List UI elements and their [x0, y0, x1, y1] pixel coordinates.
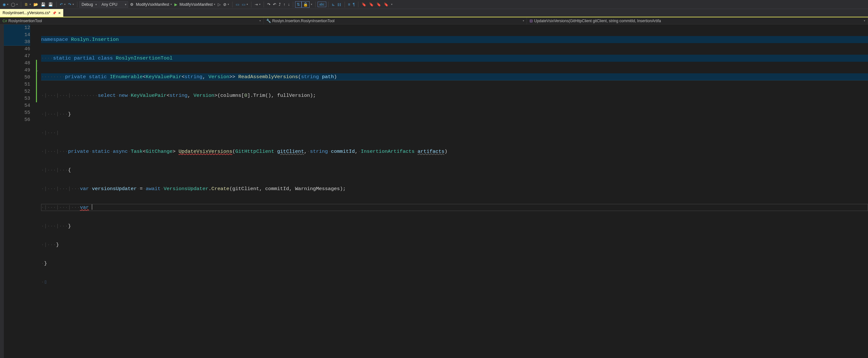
line-number: 48 — [4, 60, 30, 67]
navigation-bar: C# RoslynInsertionTool ▾ 🔧 Roslyn.Insert… — [0, 17, 868, 24]
class-icon: 🔧 — [266, 19, 271, 23]
collapse-icon[interactable]: ⇅ — [295, 1, 302, 8]
undo-button[interactable]: ↶▾ — [58, 2, 67, 7]
stop-button[interactable]: ⊘▾ — [222, 2, 230, 7]
lock-icon[interactable]: 🔒 — [302, 1, 310, 8]
step-into-icon[interactable]: ⇥▾ — [253, 2, 262, 7]
line-number: 38 — [4, 38, 30, 46]
member-label: UpdateVsixVersions(GitHttpClient gitClie… — [534, 19, 661, 23]
indent-icon[interactable]: ≡ — [347, 2, 352, 7]
nav-forward-button[interactable]: ◯▾ — [10, 2, 19, 7]
save-all-button[interactable]: 💾 — [47, 2, 54, 7]
line-number: 46 — [4, 46, 30, 53]
configuration-combo[interactable]: Debug — [79, 1, 99, 8]
line-number: 50 — [4, 74, 30, 81]
breakpoint-rail[interactable] — [0, 24, 4, 358]
line-number: 52 — [4, 88, 30, 95]
down-arrow-icon[interactable]: ↓ — [286, 2, 291, 7]
save-button[interactable]: 💾 — [39, 2, 47, 7]
type-label: Roslyn.Insertion.RoslynInsertionTool — [272, 19, 335, 23]
line-numbers: 12 14 38 46 47 48 49 50 51 52 53 54 55 5… — [4, 24, 36, 358]
scope-selector[interactable]: C# RoslynInsertionTool ▾ — [0, 17, 264, 24]
editor: 12 14 38 46 47 48 49 50 51 52 53 54 55 5… — [0, 24, 868, 358]
redo-button[interactable]: ↷▾ — [67, 2, 75, 7]
line-number: 56 — [4, 116, 30, 123]
csharp-icon: C# — [3, 19, 7, 23]
active-tab[interactable]: RoslynInsert...yVersions.cs* 📌 ✕ — [0, 9, 63, 17]
abc-icon[interactable]: abc — [318, 2, 326, 7]
line-number: 55 — [4, 109, 30, 116]
text-cursor — [92, 204, 92, 210]
line-number: 53 — [4, 95, 30, 102]
code-area[interactable]: namespace Roslyn.Insertion ····static pa… — [41, 24, 868, 358]
line-number: 14 — [4, 31, 30, 38]
change-indicator — [36, 60, 37, 102]
fold-toggle[interactable]: ⌄ — [36, 68, 38, 72]
hot-reload-button[interactable]: ▷ — [216, 2, 222, 7]
scope-label: RoslynInsertionTool — [8, 19, 42, 23]
line-number: 47 — [4, 53, 30, 60]
start-debug-button[interactable]: ⚙ ModifyVsixManifest▾ — [129, 2, 173, 7]
start-without-debug-button[interactable]: ▶ ModifyVsixManifest▾ — [173, 2, 217, 7]
startup-label: ModifyVsixManifest — [136, 2, 169, 7]
step-over-icon[interactable]: ↷ — [266, 2, 272, 7]
new-project-button[interactable]: 🗎▾ — [23, 2, 32, 7]
tool-icon-2[interactable]: ⫿⫿ — [336, 2, 343, 7]
tool-icon-1[interactable]: ⊾ — [331, 2, 336, 7]
bookmark-prev-icon[interactable]: 🔖 — [368, 2, 375, 7]
tab-title: RoslynInsert...yVersions.cs* — [3, 10, 51, 15]
type-selector[interactable]: 🔧 Roslyn.Insertion.RoslynInsertionTool ▾ — [264, 17, 527, 24]
bookmark-icon[interactable]: 🔖 — [360, 2, 368, 7]
nav-back-button[interactable]: ◉▾ — [1, 2, 10, 7]
method-with-error: UpdateVsixVersions — [179, 148, 232, 155]
main-toolbar: ◉▾ ◯▾ 🗎▾ 📂 💾 💾 ↶▾ ↷▾ Debug Any CPU ⚙ Mod… — [0, 0, 868, 9]
step-icon[interactable]: ⤴ — [277, 2, 282, 7]
step-out-icon[interactable]: ↶ — [272, 2, 277, 7]
startup-label-2: ModifyVsixManifest — [180, 2, 213, 7]
outdent-icon[interactable]: ¶ — [352, 2, 356, 7]
line-number: 51 — [4, 81, 30, 88]
outline-rail: ⌄ — [36, 24, 41, 358]
method-icon: ⊟ — [530, 19, 533, 23]
pin-icon[interactable]: 📌 — [52, 11, 56, 15]
document-tabs: RoslynInsert...yVersions.cs* 📌 ✕ — [0, 9, 868, 17]
bookmark-next-icon[interactable]: 🔖 — [375, 2, 382, 7]
line-number: 12 — [4, 24, 30, 31]
line-number: 54 — [4, 102, 30, 109]
solution-explorer-button[interactable]: ▭ — [235, 2, 241, 7]
open-file-button[interactable]: 📂 — [32, 2, 39, 7]
bookmark-clear-icon[interactable]: 🔖 — [382, 2, 390, 7]
window-layout-button[interactable]: ▭▾ — [241, 2, 249, 7]
member-selector[interactable]: ⊟ UpdateVsixVersions(GitHttpClient gitCl… — [527, 17, 868, 24]
close-icon[interactable]: ✕ — [58, 11, 61, 15]
line-number: 49 — [4, 67, 30, 74]
current-line: ·|···|···|···var — [41, 204, 868, 211]
up-arrow-icon[interactable]: ↑ — [282, 2, 286, 7]
platform-combo[interactable]: Any CPU — [99, 1, 128, 8]
